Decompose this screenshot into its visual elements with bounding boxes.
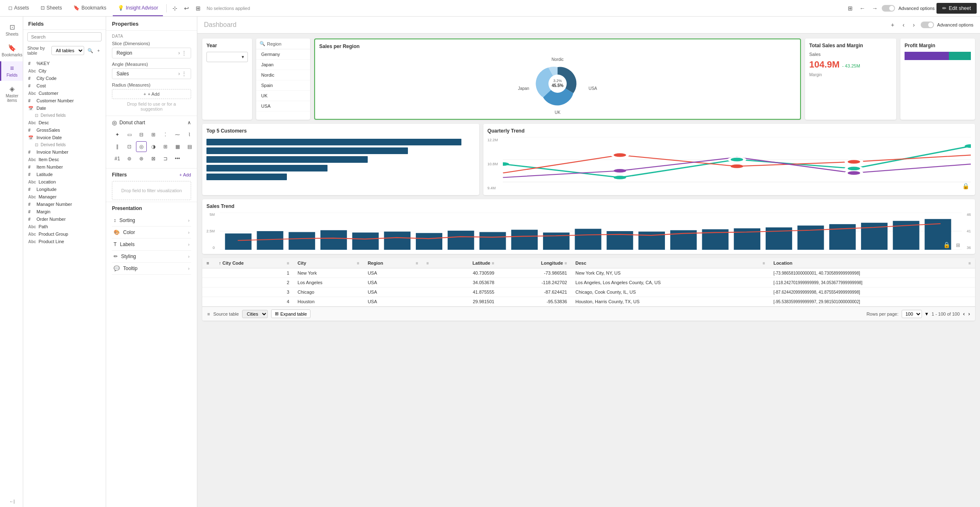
grid-icon[interactable]: ⊞	[845, 3, 855, 13]
region-usa[interactable]: USA	[256, 101, 310, 111]
field-latitude[interactable]: # Latitude	[23, 171, 106, 178]
viz-icon-kpi[interactable]: ⊞	[148, 129, 159, 140]
viz-icon-line[interactable]: ⁓	[172, 129, 183, 140]
col-menu-icon[interactable]: ≡	[565, 261, 567, 266]
undo-icon[interactable]: ↩	[182, 3, 192, 13]
add-radius-button[interactable]: + + Add	[112, 89, 191, 99]
field-customer[interactable]: Abc Customer	[23, 89, 106, 97]
pres-sorting[interactable]: ↕ Sorting ›	[112, 215, 191, 227]
table-row[interactable]: 1 New York USA 40.730599 -73.986581 New …	[202, 268, 975, 278]
pres-styling[interactable]: ✏ Styling ›	[112, 251, 191, 263]
tab-assets[interactable]: ◻ Assets	[3, 0, 34, 16]
field-order-number[interactable]: # Order Number	[23, 215, 106, 223]
edit-sheet-button[interactable]: ✏ Edit sheet	[936, 3, 977, 14]
viz-icon-scatter[interactable]: ⁚	[160, 129, 171, 140]
viz-icon-waterfall[interactable]: ▤	[184, 141, 195, 152]
advanced-toggle[interactable]	[921, 22, 934, 28]
field-city-code[interactable]: # City Code	[23, 75, 106, 82]
viz-icon-grid[interactable]: ⊠	[148, 153, 159, 164]
tab-sheets[interactable]: ⊡ Sheets	[36, 0, 67, 16]
viz-icon-table[interactable]: ⊟	[136, 129, 147, 140]
field-gross-sales[interactable]: # GrossSales	[23, 126, 106, 134]
selection-icon[interactable]: ⊹	[170, 3, 180, 13]
field-product-group[interactable]: Abc Product Group	[23, 230, 106, 238]
viz-icon-treemap[interactable]: ⊞	[160, 141, 171, 152]
fields-search-input[interactable]	[27, 32, 102, 41]
col-menu-icon[interactable]: ≡	[416, 261, 418, 266]
viz-icon-wand[interactable]: ✦	[112, 129, 123, 140]
advanced-options-toggle[interactable]	[882, 5, 895, 12]
pagination-next[interactable]: ›	[968, 311, 970, 317]
pres-labels[interactable]: T Labels ›	[112, 239, 191, 251]
field-manager-number[interactable]: # Manager Number	[23, 200, 106, 208]
field-product-line[interactable]: Abc Product Line	[23, 238, 106, 245]
more-icon[interactable]: ⋮	[182, 71, 187, 77]
table-row[interactable]: 2 Los Angeles USA 34.053678 -118.242702 …	[202, 278, 975, 287]
expand-table-button[interactable]: ⊞ Expand table	[271, 309, 310, 318]
field-date-derived[interactable]: ⊡ Derived fields	[23, 112, 106, 119]
viz-icon-combo[interactable]: ∥	[112, 141, 123, 152]
viz-collapse-icon[interactable]: ∧	[187, 120, 191, 126]
viz-icon-bullet[interactable]: ⊐	[160, 153, 171, 164]
menu-icon[interactable]: ≡	[206, 261, 209, 266]
sidebar-item-master[interactable]: ◈ Master items	[0, 82, 23, 106]
chevron-down-icon[interactable]: ▾	[925, 311, 928, 317]
nav-prev-sheet[interactable]: ‹	[900, 20, 907, 30]
tab-insight[interactable]: 💡 Insight Advisor	[113, 0, 163, 16]
col-menu-icon[interactable]: ≡	[287, 261, 289, 266]
more-icon[interactable]: ⋮	[182, 50, 187, 56]
viz-icon-area[interactable]: ⌇	[184, 129, 195, 140]
col-menu-icon[interactable]: ≡	[427, 261, 429, 266]
viz-icon-heat[interactable]: ▦	[172, 141, 183, 152]
region-uk[interactable]: UK	[256, 91, 310, 101]
layout-icon[interactable]: ⊞	[193, 3, 203, 13]
viz-icon-network[interactable]: ⊛	[136, 153, 147, 164]
table-select-dropdown[interactable]: All tables	[51, 46, 84, 55]
add-field-btn[interactable]: +	[96, 47, 102, 54]
table-row[interactable]: 3 Chicago USA 41.875555 -87.624421 Chica…	[202, 287, 975, 297]
field-item-desc[interactable]: Abc Item Desc	[23, 156, 106, 163]
field-cost[interactable]: # Cost	[23, 82, 106, 89]
viz-icon-map[interactable]: ⊚	[124, 153, 135, 164]
viz-icon-bar[interactable]: ▭	[124, 129, 135, 140]
col-menu-icon[interactable]: ≡	[357, 261, 359, 266]
search-fields-btn[interactable]: 🔍	[86, 47, 95, 54]
tab-bookmarks[interactable]: 🔖 Bookmarks	[68, 0, 111, 16]
field-customer-number[interactable]: # Customer Number	[23, 97, 106, 104]
viz-icon-donut[interactable]: ◎	[136, 141, 147, 152]
field-longitude[interactable]: # Longitude	[23, 186, 106, 193]
nav-next-sheet[interactable]: ›	[910, 20, 917, 30]
table-row[interactable]: 4 Houston USA 29.981501 -95.53836 Housto…	[202, 297, 975, 307]
menu-icon[interactable]: ≡	[207, 311, 210, 316]
field-invoicedate-derived[interactable]: ⊡ Derived fields	[23, 141, 106, 148]
add-filter-button[interactable]: + Add	[180, 172, 191, 177]
col-menu-icon[interactable]: ≡	[492, 261, 495, 266]
sidebar-item-bookmarks[interactable]: 🔖 Bookmarks	[0, 41, 23, 60]
region-nordic[interactable]: Nordic	[256, 70, 310, 80]
region-spain[interactable]: Spain	[256, 80, 310, 91]
col-menu-icon[interactable]: ≡	[968, 261, 971, 266]
pres-tooltip[interactable]: 💬 Tooltip ›	[112, 263, 191, 275]
year-dropdown[interactable]: ▾	[206, 52, 248, 62]
field-invoice-date[interactable]: 📅 Invoice Date	[23, 134, 106, 141]
field-desc[interactable]: Abc Desc	[23, 119, 106, 126]
pagination-prev[interactable]: ‹	[963, 311, 965, 317]
nav-back[interactable]: ←	[857, 3, 868, 13]
field-margin[interactable]: # Margin	[23, 208, 106, 215]
viz-icon-gauge[interactable]: ◑	[148, 141, 159, 152]
nav-forward[interactable]: →	[869, 3, 880, 13]
rows-per-page-select[interactable]: 100	[902, 310, 922, 318]
source-table-dropdown[interactable]: Cities	[242, 310, 268, 318]
region-dimension-row[interactable]: Region › ⋮	[112, 48, 191, 58]
field-location[interactable]: Abc Location	[23, 178, 106, 186]
field-manager[interactable]: Abc Manager	[23, 193, 106, 200]
viz-icon-more[interactable]: •••	[172, 153, 183, 164]
add-sheet-button[interactable]: +	[888, 20, 897, 30]
field-city[interactable]: Abc City	[23, 67, 106, 75]
expand-icon[interactable]: ›	[178, 71, 180, 77]
region-germany[interactable]: Germany	[256, 49, 310, 60]
col-menu-icon[interactable]: ≡	[763, 261, 765, 266]
region-japan[interactable]: Japan	[256, 60, 310, 70]
field-invoice-number[interactable]: # Invoice Number	[23, 148, 106, 156]
pres-color[interactable]: 🎨 Color ›	[112, 227, 191, 239]
